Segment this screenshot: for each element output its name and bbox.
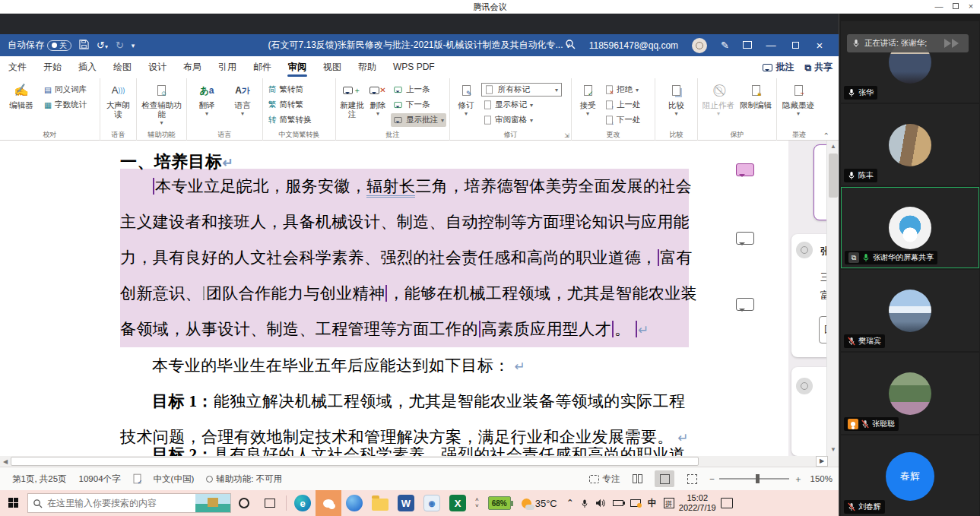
horizontal-scroll-thumb[interactable] — [11, 457, 699, 466]
page-indicator[interactable]: 第1页, 共25页 — [12, 473, 67, 485]
accept-button[interactable]: ✓接受▾ — [575, 81, 601, 130]
comment-card[interactable] — [813, 144, 826, 220]
account-avatar[interactable] — [692, 38, 707, 53]
track-changes-button[interactable]: ✎修订▾ — [453, 81, 479, 130]
compare-button[interactable]: 比较▾ — [658, 81, 694, 130]
taskbar-search[interactable] — [27, 493, 231, 513]
comment-card[interactable] — [791, 367, 826, 456]
search-daily-image[interactable] — [195, 494, 230, 512]
zoom-in-button[interactable]: ＋ — [794, 473, 803, 485]
word-minimize-button[interactable]: — — [766, 40, 776, 51]
taskbar-app-excel[interactable]: X — [445, 490, 471, 516]
cortana-button[interactable] — [231, 490, 257, 516]
check-accessibility-button[interactable]: ☺检查辅助功能▾ — [140, 81, 183, 130]
word-restore-button[interactable] — [790, 40, 801, 51]
battery-widget[interactable]: 68% — [488, 496, 511, 510]
ribbon-tab[interactable]: 邮件 — [245, 56, 280, 78]
participant-tile[interactable]: ⧉ 张聪聪 — [841, 353, 979, 434]
taskbar-app-word[interactable]: W — [393, 490, 419, 516]
redo-button[interactable]: ↻ — [116, 40, 124, 51]
hide-ink-button[interactable]: ~隐藏墨迹▾ — [780, 81, 817, 130]
comment-bubble[interactable] — [736, 298, 754, 311]
thesaurus-button[interactable]: ▤同义词库 — [42, 83, 89, 97]
comments-quick-button[interactable]: 批注 — [763, 61, 794, 74]
read-aloud-button[interactable]: A)))大声朗读 — [103, 81, 133, 130]
search-input[interactable] — [47, 498, 176, 508]
tray-battery-icon[interactable] — [613, 500, 623, 506]
focus-mode-button[interactable]: 专注 — [589, 473, 620, 485]
tray-display-icon[interactable] — [630, 499, 641, 507]
web-layout-button[interactable] — [682, 470, 702, 487]
comment-bubble[interactable] — [736, 232, 754, 245]
participant-tile[interactable]: ⧉ 樊瑞宾 — [841, 270, 979, 351]
participant-tile[interactable]: ⧉ 张谢华的屏幕共享 — [841, 187, 979, 268]
ribbon-tab[interactable]: WPS PDF — [385, 56, 443, 78]
tray-mic-icon[interactable] — [581, 499, 588, 508]
show-comments-button[interactable]: 显示批注▾ — [391, 113, 446, 127]
vertical-scroll-thumb[interactable] — [829, 154, 838, 198]
ribbon-tab[interactable]: 帮助 — [350, 56, 385, 78]
block-authors-button[interactable]: ⃠阻止作者▾ — [701, 81, 736, 130]
accessibility-status[interactable]: 辅助功能: 不可用 — [206, 473, 282, 485]
zoom-level[interactable]: 150% — [810, 474, 833, 483]
ime-mode-indicator[interactable]: 拼 — [664, 498, 674, 508]
ink-pen-icon[interactable]: ✎ — [721, 40, 729, 51]
weather-widget[interactable]: 35°C — [522, 498, 557, 509]
autosave-toggle[interactable]: 自动保存 关 — [8, 39, 71, 52]
reply-button-clipped[interactable]: 回 — [819, 316, 826, 343]
account-email[interactable]: 1185961478@qq.com — [589, 40, 678, 51]
participant-tile[interactable]: ⧉ 陈丰 — [841, 104, 979, 185]
tray-speaker-icon[interactable] — [595, 499, 606, 508]
vertical-scrollbar[interactable]: ▲ ▼ — [826, 141, 839, 456]
print-layout-button[interactable] — [655, 470, 674, 487]
start-button[interactable] — [0, 490, 27, 516]
taskbar-app-explorer[interactable] — [367, 490, 393, 516]
scroll-down-arrow[interactable]: ▼ — [827, 444, 839, 456]
language-button[interactable]: A가语言▾ — [226, 81, 259, 130]
next-comment-button[interactable]: 下一条 — [391, 98, 446, 112]
show-markup-button[interactable]: 显示标记▾ — [481, 98, 562, 112]
comment-card[interactable]: 张 三 富 回 — [791, 234, 826, 357]
ribbon-tab[interactable]: 插入 — [70, 56, 105, 78]
language-indicator[interactable]: 中文(中国) — [154, 473, 195, 485]
hidden-icons-chevron[interactable]: ⌃ — [566, 498, 574, 508]
ribbon-display-options-icon[interactable] — [743, 40, 752, 51]
translate-button[interactable]: あa翻译▾ — [190, 81, 224, 130]
taskbar-clock[interactable]: 15:02 2022/7/19 — [679, 493, 716, 513]
simplified-to-traditional-button[interactable]: 繁简转繁 — [266, 98, 314, 112]
word-close-button[interactable]: × — [814, 39, 825, 52]
comment-bubble-selected[interactable] — [736, 163, 754, 176]
editor-button[interactable]: ✍编辑器 — [3, 81, 40, 130]
document-canvas[interactable]: 一、培养目标↵ 本专业立足皖北，服务安徽，辐射长三角，培养德智体美劳全面发展的社… — [0, 141, 839, 456]
proofing-status-icon[interactable]: ✓ — [133, 473, 141, 484]
taskbar-app-edge[interactable]: e — [290, 490, 316, 516]
previous-change-button[interactable]: ↑上一处 — [603, 98, 643, 112]
taskbar-app-viewer[interactable]: ◉ — [419, 490, 445, 516]
taskbar-app-browser[interactable] — [341, 490, 367, 516]
share-quick-button[interactable]: ⧉共享 — [804, 61, 833, 74]
delete-comment-button[interactable]: ✕删除▾ — [367, 81, 389, 130]
collapse-ribbon-chevron[interactable]: ⌃ — [823, 131, 829, 140]
word-count-indicator[interactable]: 10904个字 — [79, 473, 121, 485]
participant-tile[interactable]: 春辉 ⧉ 刘春辉 — [841, 435, 979, 516]
ribbon-tab[interactable]: 布局 — [175, 56, 210, 78]
convert-button[interactable]: 转简繁转换 — [266, 113, 314, 127]
markup-dropdown[interactable]: 所有标记▾ — [481, 83, 562, 97]
undo-button[interactable]: ↺▾ — [97, 40, 108, 51]
ribbon-tab[interactable]: 绘图 — [105, 56, 140, 78]
scroll-right-arrow[interactable]: ▶ — [816, 456, 828, 467]
task-view-button[interactable] — [257, 490, 283, 516]
zoom-thumb[interactable] — [756, 474, 760, 483]
ribbon-tab[interactable]: 视图 — [315, 56, 350, 78]
word-count-button[interactable]: ▦字数统计 — [42, 98, 89, 112]
reviewing-pane-button[interactable]: 审阅窗格▾ — [481, 113, 562, 127]
os-minimize-button[interactable]: — — [931, 1, 947, 12]
previous-comment-button[interactable]: 上一条 — [391, 83, 446, 97]
ribbon-tab[interactable]: 文件 — [0, 56, 35, 78]
ribbon-tab[interactable]: 引用 — [210, 56, 245, 78]
os-restore-button[interactable] — [948, 1, 963, 12]
zoom-out-button[interactable]: − — [709, 474, 715, 483]
traditional-to-simplified-button[interactable]: 简繁转简 — [266, 83, 314, 97]
taskbar-scroll-arrows[interactable]: ˄˅ — [475, 497, 479, 509]
horizontal-scrollbar[interactable]: ◀ ▶ — [0, 456, 839, 467]
